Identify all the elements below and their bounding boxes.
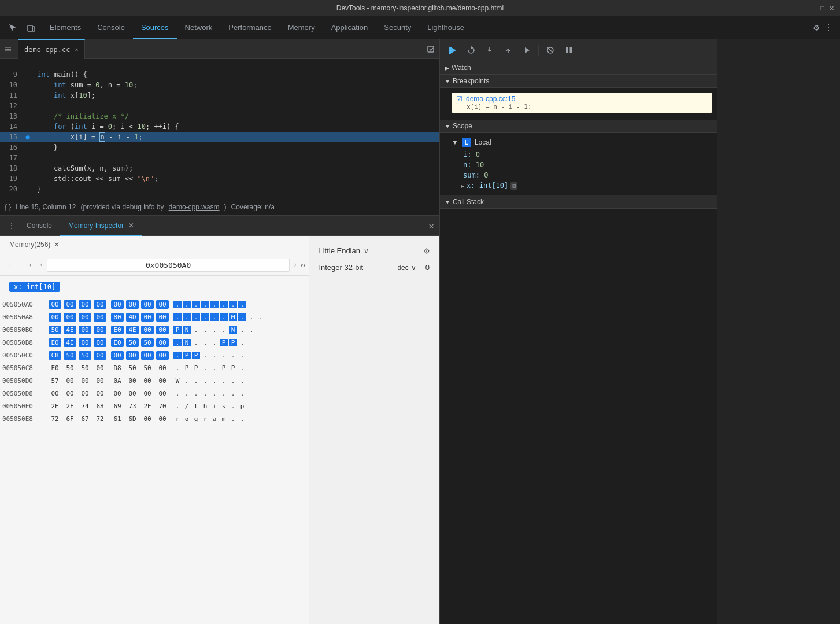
scope-section-header[interactable]: ▼ Scope	[440, 120, 717, 133]
code-line-14: 14 for (int i = 0; i < 10; ++i) {	[0, 121, 439, 132]
nav-chevron-right[interactable]: ›	[293, 261, 297, 269]
nav-chevron-left[interactable]: ‹	[39, 261, 43, 269]
file-tab-bar: demo-cpp.cc ✕	[0, 39, 439, 59]
svg-rect-11	[566, 47, 568, 53]
code-line-20: 20 }	[0, 184, 439, 194]
settings-icon[interactable]: ⚙	[811, 20, 822, 35]
status-bar: { } Line 15, Column 12 (provided via deb…	[0, 198, 439, 215]
main-tab-bar: Elements Console Sources Network Perform…	[0, 16, 840, 39]
nav-forward-button[interactable]: →	[22, 258, 36, 272]
endian-dropdown-arrow[interactable]: ∨	[364, 247, 369, 255]
present-icon[interactable]	[423, 41, 439, 57]
file-tab-demo-cpp[interactable]: demo-cpp.cc ✕	[18, 39, 85, 59]
svg-rect-5	[428, 46, 434, 52]
debug-toolbar	[440, 39, 717, 61]
breakpoints-section-header[interactable]: ▼ Breakpoints	[440, 75, 717, 88]
tab-elements[interactable]: Elements	[42, 16, 89, 39]
tab-performance[interactable]: Performance	[220, 16, 279, 39]
step-over-button[interactable]	[463, 42, 479, 58]
svg-rect-12	[570, 47, 572, 53]
memory-subtab-bar: Memory(256) ✕	[0, 236, 309, 254]
tab-memory-inspector[interactable]: Memory Inspector ✕	[60, 216, 142, 237]
address-input[interactable]	[47, 259, 290, 272]
code-line-9: 9 int main() {	[0, 69, 439, 80]
step-button[interactable]	[519, 42, 535, 58]
svg-rect-4	[5, 50, 11, 51]
svg-marker-6	[450, 47, 456, 54]
cursor-icon[interactable]	[5, 20, 21, 36]
memory-inspector-panel: Memory(256) ✕ ← → ‹ › ↻ x: int[10]	[0, 236, 439, 624]
more-options-icon[interactable]: ⋮	[822, 20, 835, 35]
minimize-button[interactable]: —	[809, 5, 816, 12]
memory-grid[interactable]: 005050A0 00 00 00 00 00 00 00 00	[0, 298, 309, 624]
svg-rect-1	[32, 27, 35, 31]
breakpoint-checkbox[interactable]: ☑	[456, 95, 462, 103]
memory-nav-controls: ← → ‹ › ↻	[0, 254, 309, 276]
tab-memory[interactable]: Memory	[280, 16, 323, 39]
deactivate-breakpoints-button[interactable]	[542, 42, 558, 58]
memory-inspector-tab-close[interactable]: ✕	[128, 221, 134, 230]
debugger-panel: ▶ Watch ▼ Breakpoints ☑ demo-cpp.cc:15 x…	[439, 39, 717, 624]
code-line-10: 10 int sum = 0, n = 10;	[0, 80, 439, 90]
coverage-text: Coverage: n/a	[231, 203, 275, 211]
tab-sources[interactable]: Sources	[133, 16, 177, 39]
memory-settings-icon[interactable]: ⚙	[424, 245, 430, 256]
memory-icon[interactable]: ⊞	[510, 182, 517, 190]
code-line-13: 13 /* initialize x */	[0, 111, 439, 121]
int32-row: Integer 32-bit dec ∨ 0	[319, 263, 430, 272]
mem-row-005050A0: 005050A0 00 00 00 00 00 00 00 00	[0, 298, 309, 311]
int32-label: Integer 32-bit	[319, 263, 388, 272]
memory-subtab-close[interactable]: ✕	[54, 241, 60, 249]
pause-button[interactable]	[561, 42, 577, 58]
scope-arrow-icon: ▼	[445, 123, 450, 130]
mem-row-005050B0: 005050B0 50 4E 00 00 E0 4E 00 00	[0, 323, 309, 336]
step-out-button[interactable]	[500, 42, 516, 58]
watch-arrow-icon: ▶	[445, 65, 449, 71]
window-title: DevTools - memory-inspector.glitch.me/de…	[336, 4, 504, 12]
refresh-button[interactable]: ↻	[301, 261, 305, 269]
code-line-12: 12	[0, 101, 439, 111]
maximize-button[interactable]: □	[820, 5, 824, 12]
pretty-print-icon[interactable]: { }	[5, 203, 11, 211]
mem-row-005050E0: 005050E0 2E 2F 74 68 69 73 2E 70	[0, 400, 309, 412]
scope-item-sum: sum: 0	[452, 170, 712, 180]
tab-console-bottom[interactable]: Console	[18, 216, 60, 237]
code-line-18: 18 calcSum(x, n, sum);	[0, 163, 439, 173]
code-editor[interactable]: 9 int main() { 10 int sum = 0, n = 10; 1…	[0, 59, 439, 198]
resume-button[interactable]	[445, 42, 461, 58]
watch-section-header[interactable]: ▶ Watch	[440, 61, 717, 75]
scope-item-x[interactable]: ▶ x: int[10] ⊞	[452, 180, 712, 191]
tab-console[interactable]: Console	[89, 16, 133, 39]
step-into-button[interactable]	[482, 42, 498, 58]
memory-subtab-256[interactable]: Memory(256) ✕	[5, 236, 64, 254]
device-toggle-icon[interactable]	[23, 20, 39, 36]
tab-application[interactable]: Application	[323, 16, 376, 39]
bottom-tab-bar: ⋮ Console Memory Inspector ✕ ✕	[0, 215, 439, 236]
code-line-11: 11 int x[10];	[0, 90, 439, 101]
mem-row-005050D8: 005050D8 00 00 00 00 00 00 00 00	[0, 387, 309, 400]
file-tab-close[interactable]: ✕	[75, 46, 78, 53]
bottom-panel-trigger[interactable]: ⋮	[5, 219, 18, 232]
local-badge: L	[462, 138, 471, 147]
scope-local-header[interactable]: ▼ L Local	[452, 135, 712, 149]
bottom-panel-close[interactable]: ✕	[428, 220, 434, 231]
nav-back-button[interactable]: ←	[5, 258, 18, 272]
endian-row: Little Endian ∨ ⚙	[319, 245, 430, 256]
mem-row-005050D0: 005050D0 57 00 00 00 0A 00 00 00	[0, 374, 309, 387]
wasm-link[interactable]: demo-cpp.wasm	[169, 203, 220, 211]
dec-dropdown-arrow[interactable]: ∨	[411, 264, 416, 272]
int32-format-select[interactable]: dec ∨	[397, 264, 416, 272]
tab-security[interactable]: Security	[376, 16, 419, 39]
tab-lighthouse[interactable]: Lighthouse	[419, 16, 472, 39]
mem-row-005050A8: 005050A8 00 00 00 00 80 4D 00 00	[0, 311, 309, 323]
svg-marker-8	[525, 47, 530, 53]
svg-rect-3	[5, 49, 11, 50]
variable-tag: x: int[10]	[9, 282, 60, 292]
svg-rect-2	[5, 47, 11, 48]
tab-network[interactable]: Network	[177, 16, 221, 39]
close-button[interactable]: ✕	[829, 5, 834, 12]
endian-selector[interactable]: Little Endian ∨	[319, 246, 369, 255]
call-stack-section-header[interactable]: ▼ Call Stack	[440, 195, 717, 209]
sidebar-toggle[interactable]	[0, 41, 16, 57]
svg-rect-0	[28, 25, 32, 31]
